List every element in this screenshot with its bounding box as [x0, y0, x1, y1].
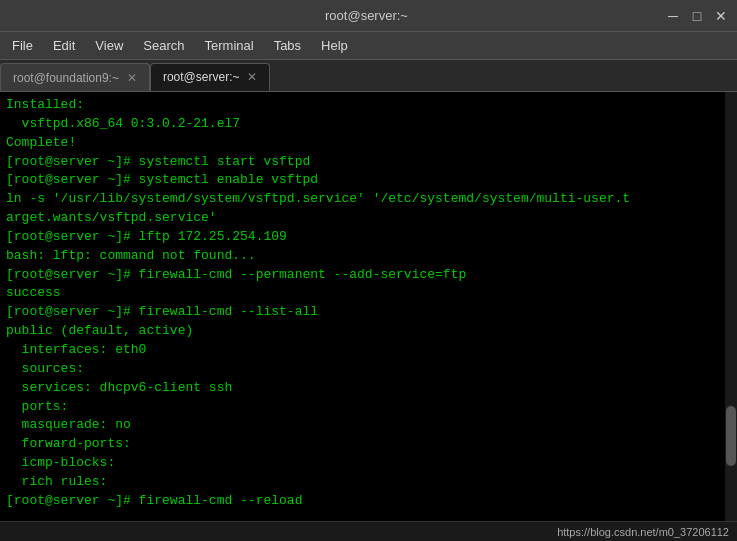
- tab-server[interactable]: root@server:~ ✕: [150, 63, 271, 91]
- tab-foundation9[interactable]: root@foundation9:~ ✕: [0, 63, 150, 91]
- tab-server-close[interactable]: ✕: [247, 70, 257, 84]
- title-bar: root@server:~ ─ □ ✕: [0, 0, 737, 32]
- tab-foundation9-label: root@foundation9:~: [13, 71, 119, 85]
- menu-search[interactable]: Search: [135, 36, 192, 55]
- menu-edit[interactable]: Edit: [45, 36, 83, 55]
- menu-terminal[interactable]: Terminal: [197, 36, 262, 55]
- menu-file[interactable]: File: [4, 36, 41, 55]
- window-controls: ─ □ ✕: [665, 8, 729, 24]
- maximize-button[interactable]: □: [689, 8, 705, 24]
- status-bar: https://blog.csdn.net/m0_37206112: [0, 521, 737, 541]
- menu-help[interactable]: Help: [313, 36, 356, 55]
- terminal-area[interactable]: Installed: vsftpd.x86_64 0:3.0.2-21.el7C…: [0, 92, 737, 541]
- status-url: https://blog.csdn.net/m0_37206112: [557, 526, 729, 538]
- menu-bar: File Edit View Search Terminal Tabs Help: [0, 32, 737, 60]
- menu-tabs[interactable]: Tabs: [266, 36, 309, 55]
- tab-bar: root@foundation9:~ ✕ root@server:~ ✕: [0, 60, 737, 92]
- tab-foundation9-close[interactable]: ✕: [127, 71, 137, 85]
- close-button[interactable]: ✕: [713, 8, 729, 24]
- minimize-button[interactable]: ─: [665, 8, 681, 24]
- tab-server-label: root@server:~: [163, 70, 240, 84]
- terminal-output: Installed: vsftpd.x86_64 0:3.0.2-21.el7C…: [6, 96, 731, 511]
- menu-view[interactable]: View: [87, 36, 131, 55]
- scrollbar-thumb[interactable]: [726, 406, 736, 466]
- window-title: root@server:~: [68, 8, 665, 23]
- scrollbar[interactable]: [725, 92, 737, 541]
